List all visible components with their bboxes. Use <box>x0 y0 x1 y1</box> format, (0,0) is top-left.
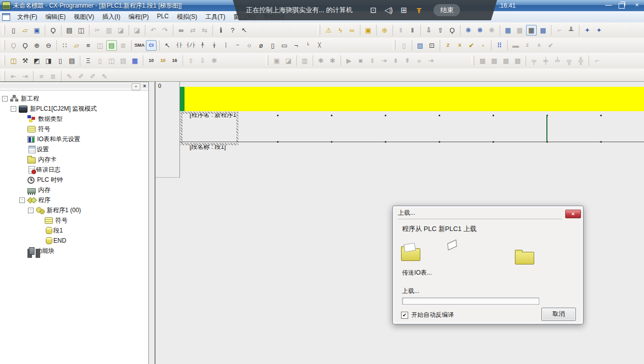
toolbar-ft-mon-3-icon[interactable]: ▩ <box>501 55 511 66</box>
toolbar-edit-begin-icon[interactable]: Z <box>443 40 453 51</box>
restore-button[interactable] <box>619 2 627 9</box>
expand-toggle-icon[interactable]: - <box>19 197 25 203</box>
toolbar-block-edit-icon[interactable]: ⠿ <box>494 40 505 51</box>
toolbar-line-delete-icon[interactable]: ╳ <box>314 40 325 51</box>
toolbar-help-icon[interactable]: ? <box>227 25 238 36</box>
toolbar-ft-corner-icon[interactable]: ⌐ <box>592 55 602 66</box>
menu-item-模拟S[interactable]: 模拟(S) <box>173 11 201 23</box>
toolbar-show-ci-icon[interactable]: CI <box>146 40 157 51</box>
toolbar-undo-icon[interactable]: ↶ <box>148 25 159 36</box>
tree-dropdown-button[interactable]: ▼ <box>132 83 140 90</box>
toolbar-force-on-icon[interactable]: ✦ <box>582 25 593 36</box>
toolbar-list-view-a-icon[interactable]: ≡ <box>36 71 47 82</box>
toolbar-print-icon[interactable]: ▤ <box>64 25 75 36</box>
tree-item-io-table[interactable]: IO表和单元设置 <box>0 134 148 144</box>
toolbar-compare-with-plc-icon[interactable]: Ϙ <box>447 25 457 36</box>
toolbar-mon-edit-ok-icon[interactable]: ✔ <box>545 40 556 51</box>
toolbar-tree-display-icon[interactable]: ≣ <box>118 40 129 51</box>
tree-item-program1-symbols[interactable]: 符号 <box>0 215 148 225</box>
speaker-icon[interactable]: ◁) <box>381 6 396 15</box>
toolbar-compile-all-icon[interactable]: ϟ <box>335 25 346 36</box>
toolbar-mon-edit-z-icon[interactable]: Z <box>522 40 533 51</box>
toolbar-sim-fast-icon[interactable]: » <box>414 55 424 66</box>
toolbar-contact-up-icon[interactable]: ╀ <box>197 40 208 51</box>
toolbar-grip[interactable] <box>266 55 268 65</box>
expand-toggle-icon[interactable]: - <box>28 208 34 213</box>
end-control-button[interactable]: 结束 <box>434 4 460 16</box>
toolbar-sim-hand-b-icon[interactable]: ✱ <box>327 55 338 66</box>
toolbar-find-warnings-icon[interactable]: ∞ <box>347 25 357 36</box>
toolbar-address-ref-icon[interactable]: ▯ <box>95 55 105 66</box>
toolbar-save-icon[interactable]: ▣ <box>32 25 42 36</box>
tree-item-plc-clock[interactable]: PLC 时钟 <box>0 175 148 185</box>
auto-decompile-checkbox[interactable]: ✔ <box>401 312 408 319</box>
toolbar-online-check-icon[interactable]: ⊕ <box>379 25 390 36</box>
toolbar-print-preview-icon[interactable]: ◫ <box>76 25 86 36</box>
selected-cell[interactable] <box>180 112 238 145</box>
tree-item-function-blocks[interactable]: 功能块 <box>0 246 148 256</box>
toolbar-format-signed-icon[interactable]: 10 <box>158 55 168 66</box>
menu-item-编程P[interactable]: 编程(P) <box>125 11 153 23</box>
tree-item-plc[interactable]: -新PLC1[CJ2M] 监视模式 <box>0 104 148 114</box>
layout-icon[interactable]: ⊞ <box>396 6 411 15</box>
toolbar-sim-save-as-icon[interactable]: ◪ <box>283 55 294 66</box>
panel-splitter[interactable] <box>149 82 156 364</box>
toolbar-zoom-in-icon[interactable]: ⊕ <box>32 40 42 51</box>
toolbar-info-icon[interactable]: ℹ <box>216 25 226 36</box>
toolbar-context-help-icon[interactable]: ↖ <box>239 25 250 36</box>
toolbar-transfer-to-plc-icon[interactable]: ⇩ <box>423 25 434 36</box>
tree-item-settings[interactable]: 设置 <box>0 144 148 154</box>
toolbar-go-prev-ref-icon[interactable]: ⇧ <box>186 55 196 66</box>
toolbar-force-off-icon[interactable]: ✦ <box>594 25 604 36</box>
menu-item-编辑E[interactable]: 编辑(E) <box>41 11 70 23</box>
tree-item-error-log[interactable]: 错误日志 <box>0 164 148 175</box>
toolbar-sim-save-icon[interactable]: ▣ <box>271 55 282 66</box>
toolbar-monitor-mode-icon[interactable]: ▦ <box>503 25 513 36</box>
toolbar-indent-icon[interactable]: ⇥ <box>20 71 30 82</box>
toolbar-pause-b-icon[interactable]: ‖ <box>407 25 418 36</box>
toolbar-ink-3-icon[interactable]: ✐ <box>87 71 98 82</box>
toolbar-diff-monitor-icon[interactable]: ⌐ <box>554 25 565 36</box>
toolbar-replace-icon[interactable]: ⇄ <box>188 25 198 36</box>
toolbar-ft-mon-2-icon[interactable]: ▩ <box>489 55 500 66</box>
menu-item-工具T[interactable]: 工具(T) <box>201 11 229 23</box>
mdi-child-icon[interactable] <box>2 13 10 21</box>
toolbar-coil-closed-icon[interactable]: ø <box>256 40 266 51</box>
cancel-button[interactable]: 取消 <box>541 308 576 321</box>
dialog-close-button[interactable]: × <box>565 210 581 218</box>
toolbar-redo-icon[interactable]: ↷ <box>160 25 170 36</box>
toolbar-ft-t3-icon[interactable]: ╧ <box>552 55 563 66</box>
toolbar-grip[interactable] <box>472 55 474 65</box>
toolbar-compile-icon[interactable]: ⚠ <box>323 25 334 36</box>
toolbar-find-in-project-icon[interactable]: Ϙ <box>48 25 58 36</box>
menu-item-文件F[interactable]: 文件(F) <box>13 11 41 23</box>
toolbar-edit-send-icon[interactable]: ▫ <box>478 40 488 51</box>
toolbar-io-comment-icon[interactable]: ◫ <box>95 40 105 51</box>
toolbar-find-icon[interactable]: ∞ <box>176 25 187 36</box>
toolbar-grip[interactable] <box>3 40 5 50</box>
tree-close-icon[interactable]: × <box>141 83 148 89</box>
dialog-title-bar[interactable]: 上载... × <box>393 206 583 220</box>
fullscreen-icon[interactable]: ⊡ <box>365 6 381 15</box>
toolbar-watch-window-icon[interactable]: ▤ <box>118 55 129 66</box>
toolbar-zoom-tool-icon[interactable]: Ϙ <box>8 40 19 51</box>
toolbar-sim-pause-icon[interactable]: ‖ <box>367 55 378 66</box>
tree-item-program1[interactable]: -新程序1 (00) <box>0 205 148 215</box>
toolbar-symbol-display-icon[interactable]: ▤ <box>106 40 117 51</box>
menu-item-插入I[interactable]: 插入(I) <box>98 11 124 23</box>
minimize-button[interactable]: — <box>604 1 612 9</box>
toolbar-watch-layers-icon[interactable]: ▨ <box>415 40 425 51</box>
toolbar-monitor-pause-icon[interactable]: ▦ <box>514 25 525 36</box>
toolbar-vertical-line-icon[interactable]: │ <box>221 40 231 51</box>
toolbar-work-online-icon[interactable]: ❋ <box>463 25 474 36</box>
tree-item-end[interactable]: END <box>0 236 148 246</box>
toolbar-mon-edit-a-icon[interactable]: ▬ <box>510 40 521 51</box>
tree-item-section1[interactable]: 段1 <box>0 225 148 236</box>
toolbar-copy-icon[interactable]: ▥ <box>104 25 114 36</box>
tree-item-data-types[interactable]: 数据类型 <box>0 114 148 124</box>
toolbar-online-edit-icon[interactable]: ❋ <box>486 25 497 36</box>
toolbar-zoom-region-icon[interactable]: Ϙ <box>20 40 30 51</box>
toolbar-cross-reference-icon[interactable]: Ξ <box>83 55 94 66</box>
toolbar-line-corner-icon[interactable]: └ <box>302 40 313 51</box>
toolbar-show-sma-icon[interactable]: SMA <box>134 40 145 51</box>
